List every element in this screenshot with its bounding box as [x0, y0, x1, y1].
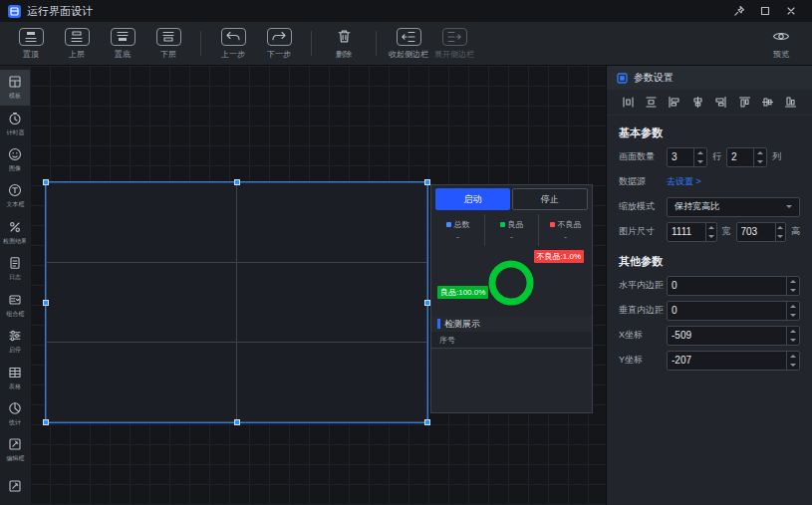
sidebar-item-stats[interactable]: 统计 [0, 396, 30, 432]
preview-button[interactable]: 预览 [758, 22, 804, 65]
v-padding-input[interactable] [668, 302, 786, 320]
selection-handle-n[interactable] [234, 179, 240, 185]
x-coord-stepper[interactable] [786, 327, 799, 345]
maximize-icon[interactable] [752, 1, 778, 21]
send-to-back-button[interactable]: 置底 [100, 22, 145, 65]
start-button[interactable]: 启动 [435, 188, 510, 210]
distribute-vertical-icon[interactable] [642, 94, 660, 112]
sidebar-item-detect-result[interactable]: 检测结果 [0, 215, 30, 251]
align-center-horizontal-icon[interactable] [688, 94, 706, 112]
table-column-header: 序号 [431, 332, 592, 349]
toolbar-button-label: 置顶 [23, 49, 39, 60]
align-right-icon[interactable] [712, 94, 730, 112]
layer-down-button[interactable]: 下层 [145, 22, 191, 65]
sidebar-item-log[interactable]: 日志 [0, 251, 30, 287]
sidebar-item-label: 统计 [9, 418, 21, 427]
align-left-icon[interactable] [666, 94, 683, 112]
sidebar-item-timer[interactable]: 计时器 [0, 106, 30, 141]
align-top-icon[interactable] [735, 94, 753, 112]
x-coord-input[interactable] [668, 327, 786, 345]
distribute-horizontal-icon[interactable] [619, 94, 637, 112]
toolbar-button-label: 收起侧边栏 [389, 49, 428, 60]
v-padding-row: 垂直内边距 [607, 298, 812, 323]
h-padding-input[interactable] [668, 277, 786, 295]
redo-button[interactable]: 下一步 [256, 22, 302, 65]
selected-template-widget[interactable] [45, 181, 428, 423]
pin-icon[interactable] [726, 1, 752, 21]
design-canvas[interactable]: 启动 停止 总数 - 良品 - 不良品 - [30, 66, 606, 505]
sidebar-item-label: 启停 [9, 346, 21, 355]
rows-unit-label: 行 [712, 150, 721, 163]
sidebar-item-combobox[interactable]: 组合框 [0, 288, 30, 324]
y-coord-input[interactable] [668, 352, 786, 370]
delete-button[interactable]: 删除 [321, 22, 367, 65]
sidebar-item-image[interactable]: 图像 [0, 142, 30, 178]
sidebar-item-textbox[interactable]: 文本框 [0, 178, 30, 214]
sidebar-item-editbox[interactable]: 编辑框 [0, 432, 30, 468]
toolbar-separator [311, 31, 312, 56]
align-center-vertical-icon[interactable] [759, 94, 777, 112]
toolbar: 置顶 上层 置底 下层 上一步 [0, 22, 812, 66]
selection-handle-se[interactable] [424, 419, 430, 425]
app-window: 运行界面设计 置顶 上层 [0, 0, 812, 505]
rows-count-input[interactable] [668, 148, 693, 166]
close-icon[interactable] [778, 1, 804, 21]
scale-mode-select[interactable]: 保持宽高比 [667, 197, 800, 217]
toolbar-button-label: 展开侧边栏 [434, 49, 474, 60]
stat-total: 总数 - [431, 214, 484, 246]
image-width-input[interactable] [668, 223, 705, 241]
cols-count-input[interactable] [727, 148, 753, 166]
editbox-icon [8, 437, 22, 451]
h-padding-stepper[interactable] [786, 277, 799, 295]
bring-to-front-button[interactable]: 置顶 [8, 22, 54, 65]
v-padding-stepper[interactable] [786, 302, 799, 320]
image-height-field [736, 222, 787, 242]
template-cell[interactable] [47, 343, 236, 421]
data-source-row: 数据源 去设置 > [607, 169, 812, 194]
chevron-down-icon [786, 205, 792, 208]
toolbar-button-label: 下层 [160, 49, 176, 60]
image-height-stepper[interactable] [775, 223, 786, 241]
template-cell[interactable] [237, 183, 426, 262]
detection-preview-widget[interactable]: 启动 停止 总数 - 良品 - 不良品 - [430, 184, 593, 413]
selection-handle-w[interactable] [43, 300, 49, 306]
field-label: Y坐标 [619, 354, 667, 367]
template-cell[interactable] [237, 263, 426, 342]
redo-icon [267, 28, 292, 46]
undo-icon [221, 28, 246, 46]
field-label: 图片尺寸 [619, 225, 667, 238]
stat-defect: 不良品 - [538, 214, 592, 246]
width-unit-label: 宽 [722, 225, 731, 238]
expand-sidebar-button[interactable]: 展开侧边栏 [431, 22, 477, 65]
yield-ring-chart: 不良品:1.0% 良品:100.0% [431, 246, 592, 316]
template-cell[interactable] [47, 263, 236, 342]
stop-button[interactable]: 停止 [512, 188, 589, 210]
stats-row: 总数 - 良品 - 不良品 - [431, 214, 592, 246]
window-controls [726, 1, 804, 21]
rows-count-stepper[interactable] [693, 148, 706, 166]
selection-handle-sw[interactable] [43, 419, 49, 425]
cols-unit-label: 列 [772, 150, 781, 163]
layer-up-button[interactable]: 上层 [54, 22, 100, 65]
image-width-stepper[interactable] [705, 223, 716, 241]
cols-count-stepper[interactable] [753, 148, 766, 166]
detect-display-section-header: 检测展示 [431, 316, 592, 332]
collapse-sidebar-button[interactable]: 收起侧边栏 [386, 22, 431, 65]
data-source-link[interactable]: 去设置 > [667, 175, 701, 188]
align-bottom-icon[interactable] [782, 94, 800, 112]
undo-button[interactable]: 上一步 [210, 22, 256, 65]
ring-chart-icon [485, 257, 537, 309]
x-coord-row: X坐标 [607, 323, 812, 348]
sidebar-item-start-stop[interactable]: 启停 [0, 324, 30, 360]
selection-handle-nw[interactable] [43, 179, 49, 185]
sidebar-item-table[interactable]: 表格 [0, 360, 30, 395]
selection-handle-s[interactable] [234, 419, 240, 425]
sidebar-item-more[interactable] [0, 469, 30, 505]
sidebar-item-template[interactable]: 模板 [0, 70, 30, 106]
sidebar-item-label: 检测结果 [3, 237, 27, 246]
template-cell[interactable] [237, 343, 426, 421]
stat-value: - [510, 232, 513, 242]
y-coord-stepper[interactable] [786, 352, 799, 370]
template-cell[interactable] [47, 183, 236, 262]
image-height-input[interactable] [737, 223, 775, 241]
